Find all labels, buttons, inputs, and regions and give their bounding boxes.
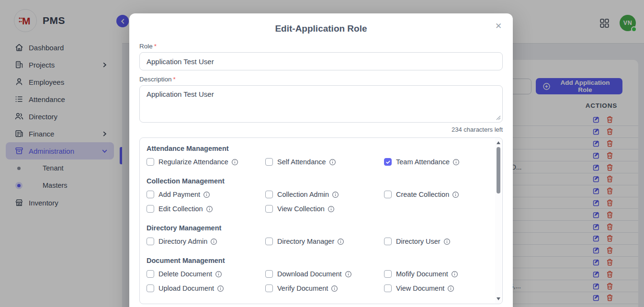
required-asterisk: * (173, 76, 176, 83)
permission-row: Delete DocumentDownload DocumentMofify D… (147, 267, 489, 281)
checkbox[interactable] (265, 205, 273, 213)
info-icon (210, 238, 217, 245)
checkbox[interactable] (147, 284, 154, 292)
permission-label: Add Payment (158, 191, 200, 198)
checkbox[interactable] (147, 205, 154, 213)
permission-directory-manager[interactable]: Directory Manager (265, 238, 384, 245)
permission-label: Mofify Document (396, 270, 448, 278)
permission-row: Directory AdminDirectory ManagerDirector… (147, 234, 489, 249)
info-icon (337, 238, 344, 245)
permission-view-collection[interactable]: View Collection (265, 205, 384, 213)
permission-view-document[interactable]: View Document (384, 284, 489, 292)
checkbox[interactable] (384, 158, 392, 166)
permission-self-attendance[interactable]: Self Attendance (265, 158, 384, 166)
permission-label: Regularize Attendance (158, 158, 228, 166)
permission-mofify-document[interactable]: Mofify Document (384, 270, 489, 278)
permission-group-collection-management: Collection ManagementAdd PaymentCollecti… (147, 177, 489, 216)
role-field-label: Role* (139, 42, 503, 50)
checkbox[interactable] (384, 191, 392, 198)
description-textarea[interactable]: Application Test User (139, 85, 503, 123)
permission-row: Upload DocumentVerify DocumentView Docum… (147, 281, 489, 296)
info-icon (452, 191, 459, 198)
scrollbar-thumb[interactable] (497, 147, 500, 193)
role-input[interactable] (139, 52, 503, 70)
permission-create-collection[interactable]: Create Collection (384, 191, 489, 198)
info-icon (217, 285, 224, 292)
permission-add-payment[interactable]: Add Payment (147, 191, 265, 198)
info-icon (215, 271, 222, 278)
checkbox[interactable] (147, 158, 154, 166)
permissions-scrollbar[interactable] (495, 138, 502, 303)
screen: M PMS DashboardProjectsEmployeesAttendan… (0, 0, 644, 307)
permission-group-title: Document Management (147, 256, 489, 265)
permission-label: Edit Collection (158, 205, 203, 213)
permission-label: View Collection (277, 205, 325, 213)
permission-label: Create Collection (396, 191, 449, 198)
permission-group-title: Collection Management (147, 177, 489, 185)
permission-groups: Attendance ManagementRegularize Attendan… (147, 144, 489, 296)
checkbox[interactable] (147, 238, 154, 245)
permission-group-title: Directory Management (147, 224, 489, 232)
permission-label: Team Attendance (396, 158, 450, 166)
permission-row: Add PaymentCollection AdminCreate Collec… (147, 187, 489, 202)
edit-application-role-modal: ✕ Edit-Application Role Role* Descriptio… (129, 13, 513, 307)
permission-regularize-attendance[interactable]: Regularize Attendance (147, 158, 265, 166)
checkbox[interactable] (147, 191, 154, 198)
permission-row: Regularize AttendanceSelf AttendanceTeam… (147, 155, 489, 169)
info-icon (452, 159, 460, 166)
description-field-label: Description* (139, 75, 503, 83)
checkbox[interactable] (265, 158, 273, 166)
checkbox[interactable] (265, 191, 273, 198)
permission-directory-admin[interactable]: Directory Admin (147, 238, 265, 245)
permission-label: Upload Document (158, 284, 214, 292)
checkbox[interactable] (384, 284, 392, 292)
permission-edit-collection[interactable]: Edit Collection (147, 205, 265, 213)
info-icon (443, 238, 451, 245)
permission-group-document-management: Document ManagementDelete DocumentDownlo… (147, 256, 489, 296)
permissions-panel: Attendance ManagementRegularize Attendan… (139, 137, 503, 304)
info-icon (231, 159, 238, 166)
close-icon[interactable]: ✕ (492, 19, 505, 33)
info-icon (329, 159, 336, 166)
permission-label: Delete Document (158, 270, 212, 278)
permission-label: Directory Admin (158, 238, 207, 245)
checkbox[interactable] (384, 238, 392, 245)
permission-label: Collection Admin (277, 191, 329, 198)
checkbox[interactable] (384, 270, 392, 278)
info-icon (451, 271, 458, 278)
characters-left-counter: 234 characters left (139, 126, 503, 134)
permission-group-attendance-management: Attendance ManagementRegularize Attendan… (147, 144, 489, 169)
info-icon (332, 191, 339, 198)
permission-label: Verify Document (277, 284, 328, 292)
checkbox[interactable] (265, 284, 273, 292)
permission-label: Directory Manager (277, 238, 334, 245)
permission-directory-user[interactable]: Directory User (384, 238, 489, 245)
required-asterisk: * (154, 43, 157, 50)
checkbox[interactable] (265, 238, 273, 245)
permission-label: Self Attendance (277, 158, 326, 166)
permission-group-directory-management: Directory ManagementDirectory AdminDirec… (147, 224, 489, 249)
modal-title: Edit-Application Role (139, 23, 503, 34)
permission-team-attendance[interactable]: Team Attendance (384, 158, 489, 166)
permission-upload-document[interactable]: Upload Document (147, 284, 265, 292)
checkbox[interactable] (147, 270, 154, 278)
info-icon (345, 271, 352, 278)
info-icon (203, 191, 210, 198)
permission-group-title: Attendance Management (147, 144, 489, 153)
checkbox[interactable] (265, 270, 273, 278)
info-icon (328, 205, 335, 213)
permission-collection-admin[interactable]: Collection Admin (265, 191, 384, 198)
permission-label: View Document (396, 284, 444, 292)
permission-label: Directory User (396, 238, 441, 245)
permission-label: Download Document (277, 270, 342, 278)
scroll-down-arrow-icon[interactable] (497, 297, 500, 300)
info-icon (206, 205, 213, 213)
info-icon (331, 285, 338, 292)
permission-delete-document[interactable]: Delete Document (147, 270, 265, 278)
scroll-up-arrow-icon[interactable] (497, 141, 500, 144)
info-icon (447, 285, 454, 292)
permission-row: Edit CollectionView Collection (147, 202, 489, 216)
permission-verify-document[interactable]: Verify Document (265, 284, 384, 292)
permission-download-document[interactable]: Download Document (265, 270, 384, 278)
